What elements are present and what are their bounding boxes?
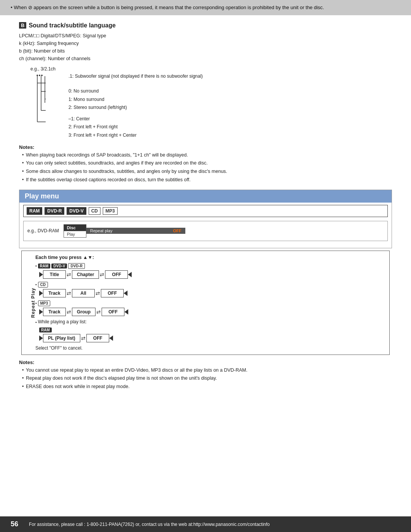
play-menu-notes: Notes: You cannot use repeat play to rep…	[19, 359, 392, 390]
badge-mp3[interactable]: MP3	[103, 207, 118, 215]
select-off-note: Select "OFF" to cancel.	[35, 345, 383, 351]
start-arrow-2	[39, 291, 43, 296]
svg-point-2	[41, 75, 43, 76]
end-arrow-pl	[109, 335, 113, 341]
intro-line-2: k (kHz): Sampling frequency	[19, 40, 392, 47]
cycle-all: All	[72, 289, 95, 297]
each-time-label: Each time you press ▲▼:	[35, 255, 383, 260]
arrows-mid-4: ⇄	[96, 291, 100, 296]
cycle-row-1: Title ⇄ Chapter ⇄ OFF	[39, 270, 383, 279]
play-menu-outer: Play menu RAM DVD-R DVD-V CD MP3 e.g., D…	[19, 190, 392, 248]
end-arrow-3	[124, 309, 128, 315]
cycle-off-pl: OFF	[86, 334, 109, 342]
arrows-mid-6: ⇄	[96, 309, 101, 315]
footer-text: For assistance, please call : 1-800-211-…	[29, 522, 270, 527]
cycle-pl: PL (Play list)	[43, 334, 80, 342]
notes-label-b: Notes:	[19, 144, 392, 150]
intro-line-4: ch (channel): Number of channels	[19, 55, 392, 62]
badge-dvdv[interactable]: DVD-V	[67, 207, 86, 215]
cycle-off-3: OFF	[102, 308, 124, 316]
main-content: B Sound track/subtitle language LPCM/□□ …	[0, 15, 411, 399]
rp-section-1: • RAM DVD-V DVD-R Title ⇄ Chapter ⇄ OFF	[35, 263, 383, 279]
start-arrow-3	[39, 309, 43, 315]
dvd-example-box: e.g., DVD-RAM Disc Play Repeat play OFF	[23, 221, 388, 241]
diag-item-3: 2: Stereo surround (left/right)	[68, 104, 203, 112]
arrows-mid-2: ⇄	[100, 272, 104, 277]
svg-point-1	[39, 75, 40, 76]
play-tab: Play	[64, 231, 86, 237]
intro-text: LPCM/□□ Digital/DTS/MPEG: Signal type k …	[19, 32, 392, 62]
diag-item-5: 2: Front left + Front right	[68, 123, 203, 131]
diag-item-4: –1: Center	[68, 115, 203, 123]
svg-point-0	[37, 75, 38, 76]
cycle-group: Group	[72, 308, 96, 316]
play-menu-section: Play menu RAM DVD-R DVD-V CD MP3 e.g., D…	[19, 190, 392, 390]
badge-ram[interactable]: RAM	[27, 207, 42, 215]
notes-label-pm: Notes:	[19, 359, 392, 365]
arrows-mid-pl: ⇄	[81, 335, 86, 341]
cycle-track-mp3: Track	[43, 308, 66, 316]
cycle-row-2: Track ⇄ All ⇄ OFF	[39, 289, 383, 297]
repeat-play-vertical: Repeat Play	[30, 288, 36, 318]
section-b: B Sound track/subtitle language LPCM/□□ …	[19, 22, 392, 184]
rp-badge-cd: CD	[38, 282, 48, 288]
rp-badge-mp3: MP3	[38, 300, 51, 306]
off-badge: OFF	[173, 228, 182, 233]
cycle-row-3: Track ⇄ Group ⇄ OFF	[39, 308, 383, 316]
top-note-bar: • When ⊘ appears on the screen while a b…	[0, 0, 411, 15]
rp-badge-dvdv: DVD-V	[51, 264, 67, 268]
dvd-example-row: e.g., DVD-RAM Disc Play Repeat play OFF	[27, 224, 384, 238]
arrows-mid-5: ⇄	[67, 309, 71, 315]
arrows-mid-3: ⇄	[67, 291, 71, 296]
section-heading: B Sound track/subtitle language	[19, 22, 392, 29]
page-footer: 56 For assistance, please call : 1-800-2…	[0, 516, 411, 532]
sound-diagram: e.g., 3/2.1ch	[30, 66, 392, 140]
repeat-play-label: Repeat play	[90, 228, 113, 233]
cycle-off-1: OFF	[105, 270, 128, 279]
diagram-eg-label: e.g., 3/2.1ch	[30, 66, 392, 72]
cycle-chapter: Chapter	[72, 270, 99, 279]
intro-line-3: b (bit): Number of bits	[19, 47, 392, 55]
note-b-1: You can only select subtitles, soundtrac…	[22, 160, 392, 167]
rp-section-playlist: • While playing a play list: RAM PL (Pla…	[35, 319, 383, 342]
arrows-mid-1: ⇄	[67, 272, 71, 277]
notes-list-pm: You cannot use repeat play to repeat an …	[19, 367, 392, 390]
dvd-menu-display: Disc Play Repeat play OFF	[64, 224, 185, 238]
notes-list-b: When playing back recordings of SAP broa…	[19, 152, 392, 184]
badge-cd[interactable]: CD	[89, 207, 100, 215]
section-b-title: Sound track/subtitle language	[29, 22, 115, 29]
cycle-title: Title	[43, 270, 66, 279]
rp-badge-ram-2: RAM	[39, 328, 52, 332]
top-note-text: • When ⊘ appears on the screen while a b…	[11, 5, 324, 10]
note-b-0: When playing back recordings of SAP broa…	[22, 152, 392, 159]
note-pm-2: ERASE does not work while in repeat play…	[22, 383, 392, 390]
format-badges: RAM DVD-R DVD-V CD MP3	[23, 205, 388, 217]
end-arrow-1	[128, 272, 132, 277]
diag-item-1: 0: No surround	[68, 87, 203, 96]
note-pm-0: You cannot use repeat play to repeat an …	[22, 367, 392, 374]
rp-badge-dvdr: DVD-R	[68, 263, 85, 269]
cycle-off-2: OFF	[101, 289, 124, 297]
note-b-3: If the subtitles overlap closed captions…	[22, 176, 392, 184]
diagram-svg	[30, 72, 68, 131]
rp-badge-ram-1: RAM	[38, 264, 51, 268]
diag-item-6: 3: Front left + Front right + Center	[68, 131, 203, 140]
dvd-eg-label: e.g., DVD-RAM	[27, 228, 59, 233]
diagram-descriptions: .1: Subwoofer signal (not displayed if t…	[68, 72, 203, 140]
rp-section-3: • MP3 Track ⇄ Group ⇄ OFF	[35, 300, 383, 316]
diag-item-2: 1: Mono surround	[68, 96, 203, 104]
page-number: 56	[8, 520, 21, 528]
badge-dvdr[interactable]: DVD-R	[45, 207, 64, 215]
note-pm-1: Repeat play does not work if the disc's …	[22, 375, 392, 382]
disc-tab: Disc	[64, 225, 86, 231]
end-arrow-2	[124, 291, 127, 296]
section-b-notes: Notes: When playing back recordings of S…	[19, 144, 392, 184]
cycle-track-cd: Track	[43, 289, 66, 297]
start-arrow-pl	[39, 335, 43, 341]
cycle-row-pl: PL (Play list) ⇄ OFF	[39, 334, 383, 342]
b-badge: B	[19, 22, 26, 29]
rp-section-2: • CD Track ⇄ All ⇄ OFF	[35, 282, 383, 297]
note-b-2: Some discs allow changes to soundtracks,…	[22, 168, 392, 175]
diag-item-0: .1: Subwoofer signal (not displayed if t…	[68, 72, 203, 81]
start-arrow-1	[39, 272, 43, 277]
